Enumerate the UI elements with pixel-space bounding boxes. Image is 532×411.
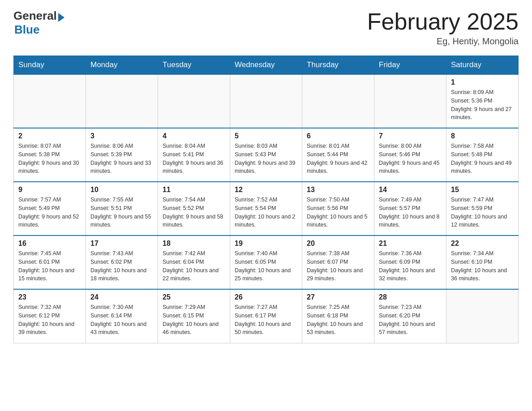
day-number: 19 [235, 240, 297, 248]
days-of-week-row: SundayMondayTuesdayWednesdayThursdayFrid… [14, 56, 519, 75]
day-info: Sunrise: 7:45 AMSunset: 6:01 PMDaylight:… [18, 249, 81, 283]
header-sunday: Sunday [14, 56, 86, 75]
header-friday: Friday [374, 56, 446, 75]
day-number: 16 [18, 240, 81, 248]
day-number: 4 [163, 132, 225, 140]
header-tuesday: Tuesday [158, 56, 230, 75]
calendar-table: SundayMondayTuesdayWednesdayThursdayFrid… [13, 56, 519, 343]
day-cell: 10Sunrise: 7:55 AMSunset: 5:51 PMDayligh… [86, 182, 158, 235]
day-cell: 1Sunrise: 8:09 AMSunset: 5:36 PMDaylight… [446, 74, 519, 128]
month-title: February 2025 [367, 9, 519, 34]
calendar-header: SundayMondayTuesdayWednesdayThursdayFrid… [14, 56, 519, 75]
week-row-1: 1Sunrise: 8:09 AMSunset: 5:36 PMDaylight… [14, 74, 519, 128]
day-cell: 21Sunrise: 7:36 AMSunset: 6:09 PMDayligh… [374, 235, 446, 289]
day-cell: 19Sunrise: 7:40 AMSunset: 6:05 PMDayligh… [230, 235, 302, 289]
day-number: 10 [90, 186, 153, 194]
day-cell: 18Sunrise: 7:42 AMSunset: 6:04 PMDayligh… [158, 235, 230, 289]
day-info: Sunrise: 7:49 AMSunset: 5:57 PMDaylight:… [379, 196, 442, 229]
day-info: Sunrise: 7:54 AMSunset: 5:52 PMDaylight:… [163, 196, 225, 229]
day-number: 8 [451, 132, 514, 140]
day-info: Sunrise: 8:07 AMSunset: 5:38 PMDaylight:… [18, 142, 81, 176]
day-cell: 25Sunrise: 7:29 AMSunset: 6:15 PMDayligh… [158, 289, 230, 343]
day-cell [158, 74, 230, 128]
day-info: Sunrise: 7:57 AMSunset: 5:49 PMDaylight:… [18, 196, 81, 229]
day-cell [14, 74, 86, 128]
day-cell: 2Sunrise: 8:07 AMSunset: 5:38 PMDaylight… [14, 128, 86, 182]
day-cell: 4Sunrise: 8:04 AMSunset: 5:41 PMDaylight… [158, 128, 230, 182]
logo-triangle-icon [58, 13, 64, 22]
day-number: 2 [18, 132, 81, 140]
day-number: 23 [18, 293, 81, 301]
day-info: Sunrise: 8:03 AMSunset: 5:43 PMDaylight:… [235, 142, 297, 176]
day-info: Sunrise: 8:04 AMSunset: 5:41 PMDaylight:… [163, 142, 225, 176]
day-cell: 12Sunrise: 7:52 AMSunset: 5:54 PMDayligh… [230, 182, 302, 235]
day-info: Sunrise: 7:34 AMSunset: 6:10 PMDaylight:… [451, 249, 514, 283]
day-cell [302, 74, 374, 128]
day-cell: 16Sunrise: 7:45 AMSunset: 6:01 PMDayligh… [14, 235, 86, 289]
logo-general-text: General [13, 9, 57, 23]
header-wednesday: Wednesday [230, 56, 302, 75]
day-cell: 24Sunrise: 7:30 AMSunset: 6:14 PMDayligh… [86, 289, 158, 343]
day-number: 20 [307, 240, 369, 248]
day-cell: 26Sunrise: 7:27 AMSunset: 6:17 PMDayligh… [230, 289, 302, 343]
day-cell: 5Sunrise: 8:03 AMSunset: 5:43 PMDaylight… [230, 128, 302, 182]
day-cell: 13Sunrise: 7:50 AMSunset: 5:56 PMDayligh… [302, 182, 374, 235]
day-cell [230, 74, 302, 128]
day-number: 17 [90, 240, 153, 248]
day-cell: 14Sunrise: 7:49 AMSunset: 5:57 PMDayligh… [374, 182, 446, 235]
day-number: 21 [379, 240, 442, 248]
header-thursday: Thursday [302, 56, 374, 75]
week-row-5: 23Sunrise: 7:32 AMSunset: 6:12 PMDayligh… [14, 289, 519, 343]
day-number: 18 [163, 240, 225, 248]
day-number: 15 [451, 186, 514, 194]
day-info: Sunrise: 8:09 AMSunset: 5:36 PMDaylight:… [451, 88, 514, 122]
day-number: 26 [235, 293, 297, 301]
day-info: Sunrise: 7:25 AMSunset: 6:18 PMDaylight:… [307, 303, 369, 337]
day-number: 22 [451, 240, 514, 248]
day-cell: 23Sunrise: 7:32 AMSunset: 6:12 PMDayligh… [14, 289, 86, 343]
day-cell: 17Sunrise: 7:43 AMSunset: 6:02 PMDayligh… [86, 235, 158, 289]
day-info: Sunrise: 7:36 AMSunset: 6:09 PMDaylight:… [379, 249, 442, 283]
header-saturday: Saturday [446, 56, 519, 75]
calendar-title-block: February 2025 Eg, Hentiy, Mongolia [367, 9, 519, 47]
day-info: Sunrise: 8:06 AMSunset: 5:39 PMDaylight:… [90, 142, 153, 176]
day-info: Sunrise: 7:47 AMSunset: 5:59 PMDaylight:… [451, 196, 514, 229]
day-cell: 20Sunrise: 7:38 AMSunset: 6:07 PMDayligh… [302, 235, 374, 289]
week-row-3: 9Sunrise: 7:57 AMSunset: 5:49 PMDaylight… [14, 182, 519, 235]
day-cell: 3Sunrise: 8:06 AMSunset: 5:39 PMDaylight… [86, 128, 158, 182]
day-info: Sunrise: 8:01 AMSunset: 5:44 PMDaylight:… [307, 142, 369, 176]
day-number: 5 [235, 132, 297, 140]
day-info: Sunrise: 7:38 AMSunset: 6:07 PMDaylight:… [307, 249, 369, 283]
day-info: Sunrise: 7:29 AMSunset: 6:15 PMDaylight:… [163, 303, 225, 337]
day-cell: 15Sunrise: 7:47 AMSunset: 5:59 PMDayligh… [446, 182, 519, 235]
day-number: 12 [235, 186, 297, 194]
page-header: General Blue February 2025 Eg, Hentiy, M… [13, 9, 519, 47]
day-cell: 27Sunrise: 7:25 AMSunset: 6:18 PMDayligh… [302, 289, 374, 343]
day-info: Sunrise: 7:43 AMSunset: 6:02 PMDaylight:… [90, 249, 153, 283]
day-number: 28 [379, 293, 442, 301]
day-info: Sunrise: 7:27 AMSunset: 6:17 PMDaylight:… [235, 303, 297, 337]
day-cell: 11Sunrise: 7:54 AMSunset: 5:52 PMDayligh… [158, 182, 230, 235]
header-monday: Monday [86, 56, 158, 75]
day-number: 14 [379, 186, 442, 194]
day-cell [86, 74, 158, 128]
day-number: 9 [18, 186, 81, 194]
logo-blue-text: Blue [14, 23, 39, 36]
day-number: 25 [163, 293, 225, 301]
day-info: Sunrise: 7:58 AMSunset: 5:48 PMDaylight:… [451, 142, 514, 176]
day-info: Sunrise: 7:55 AMSunset: 5:51 PMDaylight:… [90, 196, 153, 229]
day-number: 6 [307, 132, 369, 140]
day-info: Sunrise: 7:50 AMSunset: 5:56 PMDaylight:… [307, 196, 369, 229]
location-title: Eg, Hentiy, Mongolia [367, 36, 519, 47]
day-number: 1 [451, 78, 514, 86]
day-info: Sunrise: 7:30 AMSunset: 6:14 PMDaylight:… [90, 303, 153, 337]
logo: General Blue [13, 9, 64, 37]
day-number: 11 [163, 186, 225, 194]
day-cell: 8Sunrise: 7:58 AMSunset: 5:48 PMDaylight… [446, 128, 519, 182]
calendar-body: 1Sunrise: 8:09 AMSunset: 5:36 PMDaylight… [14, 74, 519, 343]
day-info: Sunrise: 7:42 AMSunset: 6:04 PMDaylight:… [163, 249, 225, 283]
day-number: 24 [90, 293, 153, 301]
day-info: Sunrise: 7:23 AMSunset: 6:20 PMDaylight:… [379, 303, 442, 337]
day-number: 3 [90, 132, 153, 140]
week-row-4: 16Sunrise: 7:45 AMSunset: 6:01 PMDayligh… [14, 235, 519, 289]
